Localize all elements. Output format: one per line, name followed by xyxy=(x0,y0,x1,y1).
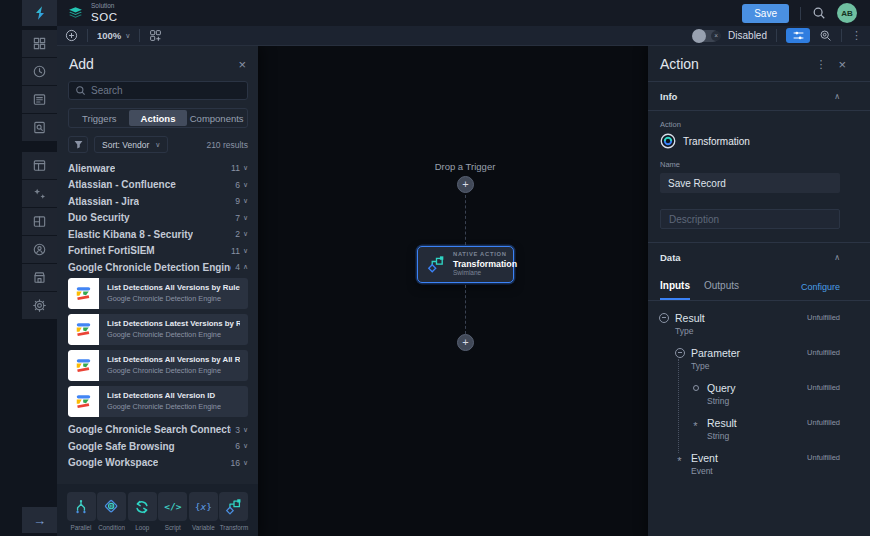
vendor-group-row[interactable]: Google Chronicle Search Connector3∨ xyxy=(68,422,248,439)
collapse-icon[interactable] xyxy=(674,347,685,358)
vendor-group-row[interactable]: Fortinet FortiSIEM11∨ xyxy=(68,243,248,260)
rail-ai-sparkles-icon[interactable] xyxy=(22,180,57,207)
enabled-toggle[interactable]: × xyxy=(693,30,719,42)
rail-settings-icon[interactable] xyxy=(22,292,57,319)
solution-header[interactable]: Solution SOC xyxy=(67,3,118,23)
search-input[interactable] xyxy=(91,85,241,96)
tab-triggers[interactable]: Triggers xyxy=(70,110,129,126)
google-chronicle-logo-icon xyxy=(68,386,99,417)
chevron-down-icon: ∨ xyxy=(243,197,248,205)
rail-workspaces-icon[interactable] xyxy=(22,208,57,235)
search-icon[interactable] xyxy=(812,6,826,20)
description-input[interactable] xyxy=(660,209,840,229)
vendor-group-row[interactable]: Atlassian - Confluence6∨ xyxy=(68,177,248,194)
tool-label: Loop xyxy=(135,524,149,531)
search-icon xyxy=(75,85,86,96)
data-tree-node-query[interactable]: Query String Unfulfilled xyxy=(658,381,840,406)
zoom-level-dropdown[interactable]: 100% ∨ xyxy=(97,30,130,41)
rail-record-search-icon[interactable] xyxy=(22,114,57,141)
workflow-node-transformation[interactable]: NATIVE ACTION Transformation Swimlane xyxy=(417,246,514,283)
transform-tool-button[interactable] xyxy=(219,492,248,521)
tree-node-status: Unfulfilled xyxy=(807,348,840,357)
rail-records-icon[interactable] xyxy=(22,86,57,113)
close-icon[interactable]: × xyxy=(838,58,846,71)
add-step-button[interactable]: + xyxy=(457,334,474,351)
action-card[interactable]: List Detections All Version ID Google Ch… xyxy=(68,386,248,417)
vendor-group-row[interactable]: Google Safe Browsing6∨ xyxy=(68,438,248,455)
variable-tool-button[interactable]: {x} xyxy=(189,492,218,521)
chevron-up-icon[interactable]: ∧ xyxy=(834,92,840,101)
divider xyxy=(776,29,777,42)
configure-link[interactable]: Configure xyxy=(801,282,840,300)
name-input[interactable] xyxy=(660,173,840,193)
data-tree-node-parameter[interactable]: Parameter Type Unfulfilled xyxy=(658,346,840,371)
rail-applets-icon[interactable] xyxy=(22,152,57,179)
rail-users-icon[interactable] xyxy=(22,236,57,263)
loop-tool-button[interactable] xyxy=(128,492,157,521)
search-box[interactable] xyxy=(68,81,248,100)
chevron-down-icon: ∨ xyxy=(243,164,248,172)
avatar[interactable]: AB xyxy=(837,3,857,23)
vendor-name: Atlassian - Confluence xyxy=(68,179,176,190)
tab-outputs[interactable]: Outputs xyxy=(704,280,739,300)
tree-connector-line xyxy=(678,359,679,453)
vendor-count: 3 xyxy=(231,425,240,435)
chevron-down-icon: ∨ xyxy=(243,247,248,255)
filter-button[interactable] xyxy=(68,136,88,153)
tab-components[interactable]: Components xyxy=(187,110,246,126)
vendor-group-row[interactable]: Google Workspace16∨ xyxy=(68,455,248,472)
chevron-up-icon[interactable]: ∧ xyxy=(834,253,840,262)
solution-name: SOC xyxy=(91,12,118,24)
add-circle-icon[interactable] xyxy=(65,29,78,42)
connector-line xyxy=(465,195,466,245)
tree-node-status: Unfulfilled xyxy=(807,313,840,322)
add-step-button[interactable]: + xyxy=(457,176,474,193)
node-badge: NATIVE ACTION xyxy=(453,252,504,258)
panel-more-options-icon[interactable]: ⋮ xyxy=(815,59,826,70)
tool-transform: Transform xyxy=(219,492,249,531)
rail-marketplace-icon[interactable] xyxy=(22,264,57,291)
tab-actions[interactable]: Actions xyxy=(129,110,188,126)
app-rail: → xyxy=(0,26,57,536)
action-card[interactable]: List Detections All Versions by Rule ID … xyxy=(68,278,248,309)
script-tool-button[interactable]: </> xyxy=(158,492,187,521)
rail-clock-icon[interactable] xyxy=(22,58,57,85)
vendor-group-row[interactable]: Atlassian - Jira9∨ xyxy=(68,193,248,210)
rail-apps-grid-icon[interactable] xyxy=(22,30,57,57)
data-tree-node-event[interactable]: * Event Event Unfulfilled xyxy=(658,451,840,476)
condition-tool-button[interactable] xyxy=(97,492,126,521)
vendor-count: 16 xyxy=(226,458,239,468)
vendor-group-row[interactable]: Duo Security7∨ xyxy=(68,210,248,227)
display-settings-button[interactable] xyxy=(786,28,810,43)
chevron-down-icon: ∨ xyxy=(155,141,160,149)
action-card-subtitle: Google Chronicle Detection Engine xyxy=(107,330,240,339)
add-grid-icon[interactable] xyxy=(149,29,162,42)
more-options-icon[interactable]: ⋮ xyxy=(851,30,862,41)
tool-label: Variable xyxy=(192,524,215,531)
save-button[interactable]: Save xyxy=(742,4,789,23)
sort-dropdown[interactable]: Sort: Vendor ∨ xyxy=(94,136,168,153)
vendor-group-row[interactable]: Alienware11∨ xyxy=(68,160,248,177)
expand-rail-button[interactable]: → xyxy=(22,507,57,533)
collapse-icon[interactable] xyxy=(658,312,669,323)
connector-line xyxy=(465,285,466,334)
close-icon[interactable]: × xyxy=(238,58,246,71)
canvas-toolbar: 100% ∨ × Disabled xyxy=(57,26,870,46)
vendor-list: Alienware11∨Atlassian - Confluence6∨Atla… xyxy=(57,158,258,484)
action-card[interactable]: List Detections All Versions by All Rule… xyxy=(68,350,248,381)
parallel-tool-button[interactable] xyxy=(67,492,96,521)
tab-inputs[interactable]: Inputs xyxy=(660,280,690,300)
workflow-canvas[interactable]: Drop a Trigger + NATIVE ACTION Transform… xyxy=(258,46,648,536)
vendor-name: Alienware xyxy=(68,163,115,174)
vendor-group-row[interactable]: Elastic Kibana 8 - Security2∨ xyxy=(68,226,248,243)
vendor-group-row[interactable]: Google Chronicle Detection Engine4∧ xyxy=(68,259,248,276)
swimlane-logo-icon[interactable] xyxy=(22,0,57,26)
data-tree-node-result[interactable]: Result Type Unfulfilled xyxy=(658,311,840,336)
data-tree-node-result[interactable]: * Result String Unfulfilled xyxy=(658,416,840,441)
node-tools-bar: Parallel Condition Loop</> Script{x} Var… xyxy=(57,484,258,536)
tool-variable: {x} Variable xyxy=(188,492,218,531)
divider xyxy=(139,29,140,42)
chevron-down-icon: ∨ xyxy=(243,214,248,222)
zoom-search-icon[interactable] xyxy=(819,29,832,42)
action-card[interactable]: List Detections Latest Versions by Rule … xyxy=(68,314,248,345)
